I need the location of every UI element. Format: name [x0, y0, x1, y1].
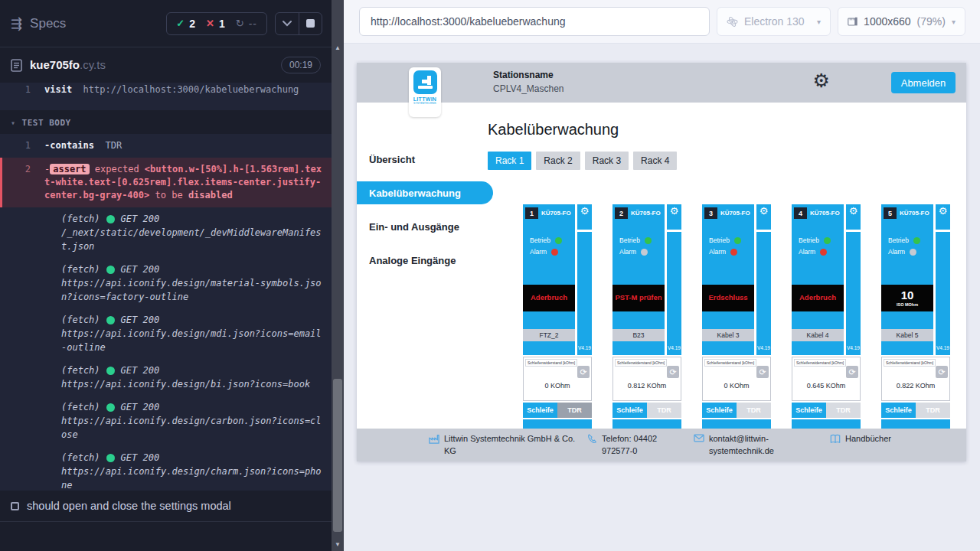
refresh-icon[interactable]: ⟳: [577, 366, 590, 378]
station-label: Stationsname: [493, 70, 564, 80]
test-stats: ✓2 ✕1 ↻--: [166, 12, 267, 35]
fetch-log-entry[interactable]: (fetch)GET 200https://api.iconify.design…: [0, 396, 332, 446]
pending-count: ↻--: [236, 18, 257, 30]
tdr-button[interactable]: TDR: [557, 403, 592, 418]
sidebar-item-übersicht[interactable]: Übersicht: [357, 142, 476, 176]
spec-extension: .cy.ts: [80, 58, 106, 71]
reporter-scrollbar[interactable]: ▲ ▼: [332, 0, 344, 551]
resistance-panel: Schleifenwiderstand [kOhm] ⟳ 0.645 KOhm: [792, 357, 861, 401]
betrieb-label: Betrieb: [799, 236, 819, 244]
firmware-version: V4.19: [936, 345, 949, 350]
alarm-label: Alarm: [530, 248, 547, 256]
command-contains[interactable]: 1 -contains TDR: [0, 134, 332, 158]
app-under-test: LITTWIN SYSTEMTECHNIK Stationsname CPLV4…: [357, 63, 966, 461]
cypress-reporter-panel: ⇶ Specs ✓2 ✕1 ↻-- kue705fo.cy.ts 00:19 1: [0, 0, 332, 551]
tab-rack-4[interactable]: Rack 4: [633, 152, 677, 170]
card-settings-gear-icon[interactable]: ⚙: [670, 204, 679, 230]
tab-rack-2[interactable]: Rack 2: [536, 152, 580, 170]
card-settings-gear-icon[interactable]: ⚙: [760, 204, 769, 230]
browser-select[interactable]: Electron 130 ▾: [717, 7, 831, 36]
card-model: KÜ705-FO: [810, 210, 840, 217]
specs-menu[interactable]: ⇶ Specs: [11, 15, 66, 32]
specs-label: Specs: [30, 16, 66, 31]
tdr-button[interactable]: TDR: [737, 403, 771, 418]
firmware-version: V4.19: [668, 345, 681, 350]
alarm-message: Aderbruch: [531, 294, 567, 302]
spec-name: kue705fo: [30, 58, 80, 71]
collapse-button[interactable]: [276, 13, 299, 34]
device-cards: 1 KÜ705-FO Betrieb Alarm Aderbruch FTZ_2…: [488, 204, 966, 429]
scrollbar-thumb[interactable]: [333, 379, 342, 532]
schleife-button[interactable]: Schleife: [702, 403, 737, 418]
specs-menu-icon: ⇶: [11, 15, 22, 32]
scroll-up-icon[interactable]: ▲: [332, 44, 344, 52]
scroll-down-icon[interactable]: ▼: [332, 541, 344, 549]
fetch-log-entry[interactable]: (fetch)GET 200https://api.iconify.design…: [0, 308, 332, 359]
resistance-value: 0.812 KOhm: [613, 382, 681, 390]
betrieb-led: [555, 237, 562, 244]
viewport-zoom: (79%): [917, 15, 946, 28]
refresh-icon[interactable]: ⟳: [667, 366, 679, 378]
sidebar-item-analoge-eingänge[interactable]: Analoge Eingänge: [357, 243, 476, 277]
tdr-button[interactable]: TDR: [647, 403, 681, 418]
card-bottom-strip: [702, 419, 771, 429]
card-settings-gear-icon[interactable]: ⚙: [580, 204, 590, 230]
fetch-log-entry[interactable]: (fetch)GET 200https://api.iconify.design…: [0, 359, 332, 396]
settings-gear-icon[interactable]: ⚙: [813, 71, 830, 90]
refresh-icon[interactable]: ⟳: [756, 366, 769, 378]
betrieb-led: [824, 237, 831, 244]
status-display: Aderbruch: [523, 285, 575, 311]
resistance-value: 0.645 KOhm: [792, 382, 860, 390]
alarm-led: [730, 249, 737, 256]
schleife-button[interactable]: Schleife: [881, 403, 916, 418]
schleife-button[interactable]: Schleife: [612, 403, 647, 418]
alarm-label: Alarm: [888, 248, 905, 256]
aut-toolbar: Electron 130 ▾ 1000x660 (79%) ▾: [344, 0, 980, 44]
app-header: LITTWIN SYSTEMTECHNIK Stationsname CPLV4…: [357, 63, 966, 103]
fetch-log-entry[interactable]: (fetch)GET 200https://api.iconify.design…: [0, 446, 332, 491]
check-icon: ✓: [176, 18, 185, 29]
footer-item-book[interactable]: Handbücher: [830, 433, 891, 448]
test-body-section[interactable]: ▾ TEST BODY: [0, 110, 332, 134]
fetch-log-entry[interactable]: (fetch)GET 200https://api.iconify.design…: [0, 258, 332, 308]
spec-row[interactable]: kue705fo.cy.ts 00:19: [0, 47, 332, 83]
refresh-icon[interactable]: ⟳: [846, 366, 858, 378]
sidebar-item-kabelüberwachung[interactable]: Kabelüberwachung: [357, 181, 493, 204]
stop-button[interactable]: [299, 13, 322, 34]
resistance-value: 0 KOhm: [703, 382, 770, 390]
command-visit[interactable]: 1 visit http://localhost:3000/kabelueber…: [0, 83, 332, 102]
command-block-test-body: 1 -contains TDR 2 -assert expected <butt…: [0, 134, 332, 491]
viewport-select[interactable]: 1000x660 (79%) ▾: [838, 7, 965, 36]
schleife-button[interactable]: Schleife: [792, 403, 826, 418]
sidebar-item-ein-und-ausgänge[interactable]: Ein- und Ausgänge: [357, 210, 476, 243]
betrieb-label: Betrieb: [530, 236, 550, 244]
card-model: KÜ705-FO: [631, 210, 661, 217]
phone-icon: [587, 433, 597, 458]
card-settings-gear-icon[interactable]: ⚙: [849, 204, 858, 230]
book-icon: [830, 433, 841, 448]
tdr-button[interactable]: TDR: [916, 403, 950, 418]
fetch-log-entry[interactable]: (fetch)GET 200/_next/static/development/…: [0, 207, 332, 258]
next-test-row[interactable]: should open and close the settings modal: [0, 491, 332, 522]
status-display: Erdschluss: [702, 285, 754, 311]
device-card-5: 5 KÜ705-FO Betrieb Alarm 10ISO MOhm Kabe…: [881, 204, 950, 429]
schleife-button[interactable]: Schleife: [523, 403, 557, 418]
refresh-icon[interactable]: ⟳: [936, 366, 948, 378]
tab-rack-1[interactable]: Rack 1: [488, 152, 531, 170]
alarm-message: Erdschluss: [708, 294, 747, 302]
resistance-label: Schleifenwiderstand [kOhm]: [884, 359, 936, 367]
tab-rack-3[interactable]: Rack 3: [585, 152, 629, 170]
rack-tabs: Rack 1Rack 2Rack 3Rack 4: [488, 152, 966, 170]
command-assert-failed[interactable]: 2 -assert expected <button.w-[50%].h-[1.…: [0, 158, 332, 207]
failed-count: ✕1: [206, 18, 225, 30]
logout-button[interactable]: Abmelden: [891, 72, 956, 93]
tdr-button[interactable]: TDR: [826, 403, 861, 418]
footer-text: kontakt@littwin-systemtechnik.de: [709, 433, 787, 458]
card-main-panel: 5 KÜ705-FO Betrieb Alarm 10ISO MOhm Kabe…: [881, 204, 933, 355]
factory-icon: [429, 433, 439, 458]
card-settings-gear-icon[interactable]: ⚙: [939, 204, 948, 230]
status-ok-dot-icon: [106, 367, 115, 375]
url-input[interactable]: [359, 7, 710, 36]
status-display: Aderbruch: [792, 285, 844, 311]
status-ok-dot-icon: [106, 403, 115, 412]
